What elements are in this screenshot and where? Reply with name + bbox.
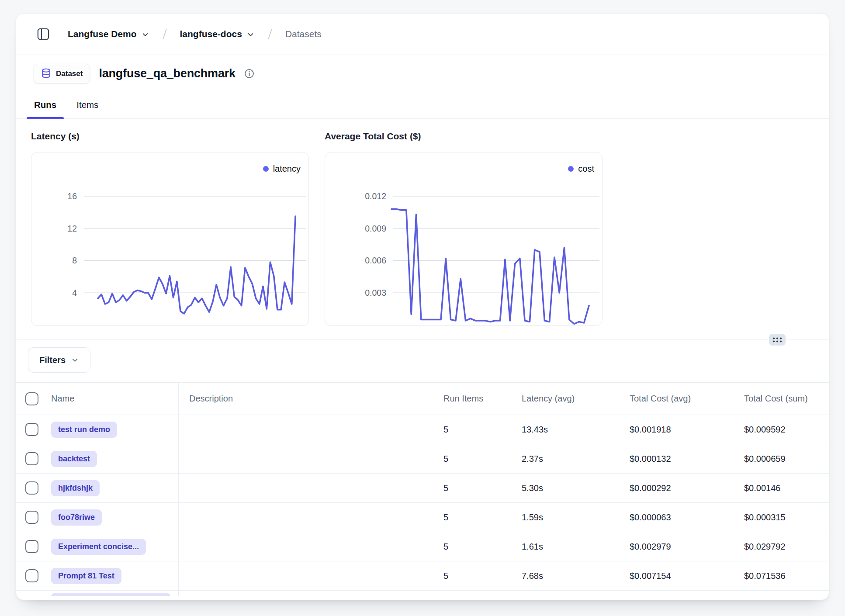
- tab-items[interactable]: Items: [69, 91, 106, 118]
- table-row: backtest 5 2.37s $0.000132 $0.000659: [16, 444, 829, 474]
- table-row: Experiment concise... 5 1.61s $0.002979 …: [16, 532, 829, 561]
- row-description-cell: [179, 591, 431, 596]
- row-name-cell: hjkfdshjk: [48, 474, 179, 502]
- row-name-cell: Prompt 81 Test: [48, 561, 179, 590]
- cost-line-chart: 0.0120.0090.0060.003: [325, 152, 603, 326]
- charts-section: Latency (s) 161284 latency Average Total…: [16, 119, 829, 326]
- row-checkbox[interactable]: [25, 540, 38, 553]
- row-name-cell: Experiment concise...: [48, 532, 179, 561]
- dataset-badge-label: Dataset: [56, 69, 83, 78]
- run-name-badge[interactable]: hjkfdshjk: [51, 480, 100, 496]
- row-checkbox-cell: [16, 591, 48, 596]
- header-total-cost-avg: Total Cost (avg): [617, 383, 732, 415]
- row-checkbox[interactable]: [25, 569, 38, 582]
- latency-chart-card: 161284 latency: [31, 152, 309, 326]
- row-name-cell: test run demo: [48, 415, 179, 444]
- page-title: langfuse_qa_benchmark: [99, 67, 235, 80]
- run-name-badge[interactable]: test run demo: [51, 422, 117, 438]
- chevron-down-icon: [71, 356, 79, 364]
- row-total-cost-sum-cell: $0.071536: [732, 561, 829, 590]
- run-name-badge[interactable]: foo78riwe: [51, 509, 102, 526]
- grip-dots-icon: [772, 336, 783, 344]
- topbar: Langfuse Demo langfuse-docs Datasets: [16, 14, 829, 55]
- row-description-cell: [179, 444, 431, 473]
- cost-legend: cost: [568, 164, 594, 174]
- header-latency-avg: Latency (avg): [509, 383, 617, 415]
- row-run-items-cell: 5: [431, 503, 509, 532]
- row-checkbox[interactable]: [25, 511, 38, 524]
- table-row: foo78riwe 5 1.59s $0.000063 $0.000315: [16, 503, 829, 532]
- row-total-cost-avg-cell: $0.000292: [617, 474, 732, 502]
- title-row: Dataset langfuse_qa_benchmark: [16, 55, 829, 83]
- run-name-badge[interactable]: backtest: [51, 451, 97, 467]
- row-checkbox[interactable]: [25, 481, 38, 495]
- row-checkbox-cell: [16, 415, 48, 444]
- section-divider: [16, 339, 829, 339]
- latency-legend: latency: [263, 164, 301, 174]
- row-checkbox[interactable]: [25, 423, 38, 436]
- latency-line-chart: 161284: [31, 152, 309, 326]
- row-checkbox-cell: [16, 532, 48, 561]
- cost-chart-title: Average Total Cost ($): [325, 131, 603, 142]
- row-description-cell: [179, 474, 431, 502]
- breadcrumb-slash-icon: [265, 28, 275, 41]
- breadcrumb-page[interactable]: Datasets: [285, 29, 322, 39]
- row-total-cost-avg-cell: $0.000132: [617, 444, 732, 473]
- breadcrumb-project-label: Langfuse Demo: [68, 29, 137, 39]
- header-name: Name: [48, 383, 179, 415]
- row-run-items-cell: 5: [431, 444, 509, 473]
- row-total-cost-avg-cell: $0.002979: [617, 532, 732, 561]
- panel-left-icon: [37, 28, 50, 41]
- resize-drag-handle[interactable]: [769, 334, 786, 346]
- row-total-cost-sum-cell: $0.000315: [732, 503, 829, 532]
- row-total-cost-sum-cell: $0.000659: [732, 444, 829, 473]
- legend-label: cost: [578, 164, 594, 174]
- svg-text:0.009: 0.009: [365, 224, 386, 233]
- row-name-cell: foo78riwe: [48, 503, 179, 532]
- breadcrumb-project-selector[interactable]: Langfuse Demo: [68, 29, 149, 39]
- latency-chart-group: Latency (s) 161284 latency: [31, 131, 309, 326]
- row-checkbox[interactable]: [25, 452, 38, 465]
- run-name-badge[interactable]: [51, 593, 170, 596]
- tab-runs[interactable]: Runs: [27, 91, 64, 118]
- filters-row: Filters: [16, 339, 829, 373]
- breadcrumb-slash-icon: [160, 28, 170, 41]
- filters-button[interactable]: Filters: [28, 347, 90, 373]
- app-window: Langfuse Demo langfuse-docs Datasets: [16, 13, 829, 600]
- breadcrumb-repo-label: langfuse-docs: [180, 29, 242, 39]
- row-description-cell: [179, 532, 431, 561]
- breadcrumb-repo-selector[interactable]: langfuse-docs: [180, 29, 255, 39]
- cost-chart-group: Average Total Cost ($) 0.0120.0090.0060.…: [325, 131, 603, 326]
- run-name-badge[interactable]: Prompt 81 Test: [51, 568, 121, 584]
- dataset-type-badge: Dataset: [34, 64, 90, 83]
- row-run-items-cell: 5: [431, 415, 509, 444]
- row-checkbox-cell: [16, 503, 48, 532]
- info-icon[interactable]: [244, 69, 254, 79]
- svg-text:12: 12: [67, 224, 77, 233]
- table-row: hjkfdshjk 5 5.30s $0.000292 $0.00146: [16, 474, 829, 503]
- tab-bar: Runs Items: [16, 91, 829, 119]
- cost-chart-card: 0.0120.0090.0060.003 cost: [325, 152, 603, 326]
- runs-table: Name Description Run Items Latency (avg)…: [16, 382, 829, 596]
- row-total-cost-avg-cell: $0.001918: [617, 415, 732, 444]
- svg-text:0.012: 0.012: [365, 191, 386, 201]
- row-checkbox-cell: [16, 474, 48, 502]
- row-latency-avg-cell: 7.68s: [509, 561, 617, 590]
- run-name-badge[interactable]: Experiment concise...: [51, 539, 146, 555]
- table-body: test run demo 5 13.43s $0.001918 $0.0095…: [16, 415, 829, 596]
- row-latency-avg-cell: 1.59s: [509, 503, 617, 532]
- filters-button-label: Filters: [39, 355, 66, 365]
- row-run-items-cell: 5: [431, 532, 509, 561]
- sidebar-toggle-button[interactable]: [34, 24, 53, 44]
- row-checkbox-cell: [16, 444, 48, 473]
- select-all-checkbox[interactable]: [25, 392, 38, 405]
- legend-dot-icon: [568, 166, 574, 172]
- row-total-cost-sum-cell: $0.029792: [732, 532, 829, 561]
- header-total-cost-sum: Total Cost (sum): [732, 383, 829, 415]
- row-name-cell: [48, 591, 179, 596]
- row-checkbox-cell: [16, 561, 48, 590]
- row-latency-avg-cell: 5.30s: [509, 474, 617, 502]
- table-header-row: Name Description Run Items Latency (avg)…: [16, 383, 829, 415]
- database-icon: [41, 68, 51, 79]
- chevron-down-icon: [141, 31, 149, 39]
